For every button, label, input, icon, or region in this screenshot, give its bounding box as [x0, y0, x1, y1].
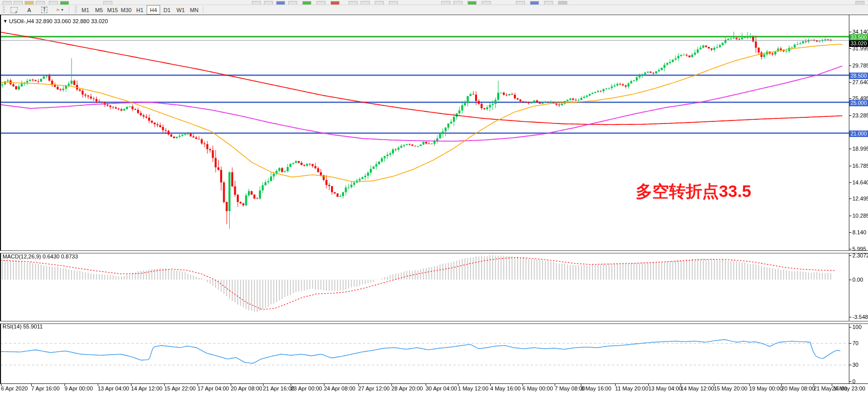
time-axis-label: 15 May 20:00: [714, 385, 748, 391]
time-axis-border: [0, 383, 868, 384]
time-axis-label: 21 Apr 16:00: [263, 385, 294, 391]
time-axis-label: 30 Apr 04:00: [426, 385, 457, 391]
toolbar-strip-icon[interactable]: [530, 1, 539, 5]
toolbar-strip-icon[interactable]: [302, 1, 311, 5]
toolbar-strip-icon[interactable]: [558, 1, 567, 5]
trading-terminal-window: F A T ➣ ▾ M1M5M15M30H1H4D1W1MN ▼ USOil-,…: [0, 0, 868, 396]
time-axis-label: 1 May 12:00: [458, 385, 489, 391]
toolbar-grip[interactable]: [3, 6, 5, 14]
toolbar-separator: [203, 6, 204, 14]
rsi-pane-divider[interactable]: [0, 321, 868, 324]
text-tool-button[interactable]: A: [22, 5, 36, 15]
toolbar-strip-icon[interactable]: [516, 1, 525, 5]
time-axis-label: 27 Apr 12:00: [358, 385, 389, 391]
time-axis-label: 15 Apr 22:00: [164, 385, 195, 391]
time-axis-label: 28 Apr 20:00: [391, 385, 423, 391]
price-badge: 25.000: [849, 100, 868, 106]
price-axis-border: [849, 15, 849, 384]
price-badge: 33.020: [849, 40, 868, 47]
timeframe-button-mn[interactable]: MN: [187, 5, 201, 15]
toolbar-strip-icon[interactable]: [453, 1, 462, 5]
rsi-indicator-label: RSI(14) 55.9011: [3, 323, 43, 329]
indicator-tick-label: 0.00: [852, 277, 863, 283]
price-badge: 28.500: [849, 73, 868, 79]
price-tick-label: 8.140: [852, 229, 866, 235]
toolbar-strip-icon[interactable]: [349, 1, 358, 5]
crosshair-tool-button[interactable]: F: [7, 5, 21, 15]
indicator-tick-label: 30: [852, 362, 858, 368]
toolbar-strip-icon[interactable]: [276, 1, 285, 5]
price-badge: 21.000: [849, 130, 868, 137]
toolbar-strip-icon[interactable]: [60, 1, 69, 5]
timeframe-button-m1[interactable]: M1: [79, 5, 92, 15]
time-axis-label: 24 Apr 08:00: [324, 385, 355, 391]
price-tick-label: 14.640: [852, 179, 868, 185]
toolbar-strip-icon[interactable]: [288, 1, 297, 5]
chart-menu-caret-icon[interactable]: ▼: [3, 19, 8, 24]
toolbar-strip-icon[interactable]: [316, 1, 325, 5]
toolbar-strip-icon[interactable]: [482, 1, 491, 5]
price-tick-label: 10.285: [852, 213, 868, 219]
toolbar-strip-icon[interactable]: [3, 1, 12, 5]
timeframe-button-group: M1M5M15M30H1H4D1W1MN: [79, 5, 201, 15]
timeframe-button-h1[interactable]: H1: [133, 5, 147, 15]
indicator-tick-label: 0: [852, 378, 855, 384]
toolbar-grip[interactable]: [75, 6, 77, 14]
text-label-icon: T: [41, 7, 47, 13]
time-axis-label: 13 Apr 04:00: [98, 385, 129, 391]
chart-title-ohlc: USOil-,H4 32.890 33.060 32.880 33.020: [9, 18, 108, 24]
text-label-tool-button[interactable]: T: [37, 5, 51, 15]
price-tick-label: 5.995: [852, 246, 866, 252]
toolbar-strip-icon[interactable]: [468, 1, 477, 5]
timeframe-button-d1[interactable]: D1: [160, 5, 174, 15]
timeframe-button-w1[interactable]: W1: [174, 5, 187, 15]
macd-indicator-label: MACD(12,26,9) 0.6430 0.8733: [3, 253, 78, 259]
time-axis-label: 6 Apr 2020: [1, 385, 28, 391]
time-axis-label: 14 Apr 12:00: [131, 385, 162, 391]
price-tick-label: 29.785: [852, 62, 868, 69]
toolbar-strip-icon[interactable]: [544, 1, 553, 5]
arrows-tool-button[interactable]: ➣ ▾: [52, 5, 66, 15]
indicator-tick-label: 2.3072: [852, 252, 868, 258]
indicator-tick-label: 100: [852, 324, 861, 330]
toolbar-strip-icon[interactable]: [36, 1, 45, 5]
time-axis-label: 6 May 00:00: [522, 385, 553, 391]
crosshair-icon: F: [11, 7, 18, 13]
toolbar-strip-icon[interactable]: [264, 1, 273, 5]
time-axis-label: 23 Apr 00:00: [291, 385, 322, 391]
toolbar-strip-icon[interactable]: [14, 1, 23, 5]
timeframe-button-m15[interactable]: M15: [106, 5, 119, 15]
toolbar-strip-icon[interactable]: [25, 1, 34, 5]
time-axis-label: 20 Apr 08:00: [231, 385, 262, 391]
macd-pane-divider[interactable]: [0, 250, 868, 253]
toolbar-strip-icon[interactable]: [252, 1, 261, 5]
chevron-down-icon: ▾: [61, 8, 63, 12]
price-tick-label: 16.785: [852, 163, 868, 169]
toolbar-strip-icon[interactable]: [375, 1, 384, 5]
time-axis-label: 4 May 16:00: [490, 385, 521, 391]
toolbar-separator: [69, 6, 70, 14]
toolbar-strip-icon[interactable]: [330, 1, 340, 5]
toolbar-strip-icon[interactable]: [49, 1, 58, 5]
price-tick-label: 12.495: [852, 195, 868, 202]
time-axis-label: 9 Apr 00:00: [64, 385, 93, 391]
time-axis-label: 17 Apr 04:00: [197, 385, 229, 391]
time-axis-label: 8 May 16:00: [581, 385, 612, 391]
timeframe-button-m30[interactable]: M30: [119, 5, 133, 15]
timeframe-button-m5[interactable]: M5: [92, 5, 106, 15]
chart-border: [0, 15, 868, 15]
toolbar-strip-icon[interactable]: [441, 1, 450, 5]
toolbar-strip-icon[interactable]: [361, 1, 370, 5]
time-axis-label: 7 Apr 16:00: [31, 385, 59, 391]
toolbar-strip-icon[interactable]: [389, 1, 398, 5]
top-toolbar-strip: [0, 0, 868, 5]
time-axis-label: 13 May 04:00: [648, 385, 682, 391]
chart-toolbar: F A T ➣ ▾ M1M5M15M30H1H4D1W1MN: [0, 5, 868, 15]
toolbar-strip-icon[interactable]: [855, 1, 864, 5]
arrows-icon: ➣: [55, 7, 60, 13]
chart-border: [0, 15, 1, 384]
timeframe-button-h4[interactable]: H4: [147, 5, 160, 15]
toolbar-strip-icon[interactable]: [103, 1, 112, 5]
time-axis-label: 19 May 00:00: [749, 385, 783, 391]
price-tick-label: 18.995: [852, 146, 868, 152]
